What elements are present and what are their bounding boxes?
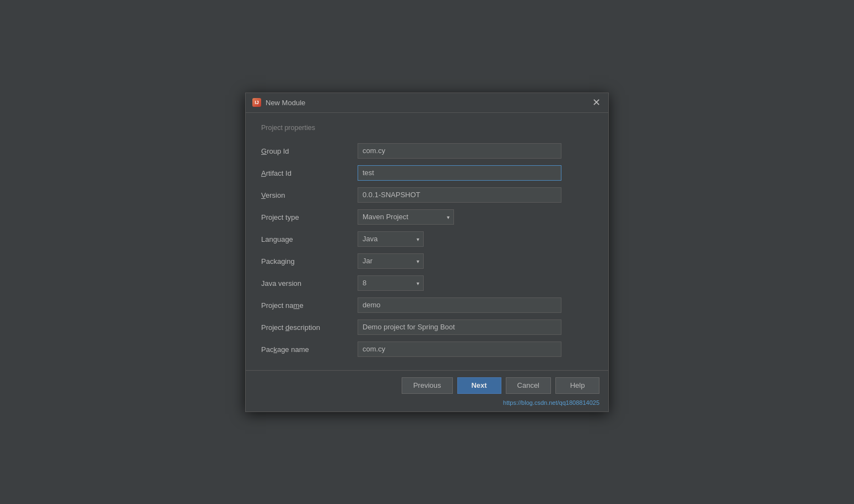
previous-button[interactable]: Previous — [402, 377, 453, 394]
package-name-label: Package name — [261, 344, 358, 354]
language-row: Language Java Kotlin Groovy ▾ — [261, 231, 593, 247]
java-version-label: Java version — [261, 278, 358, 288]
project-description-label: Project description — [261, 322, 358, 332]
packaging-select[interactable]: Jar War — [358, 253, 424, 269]
project-name-input[interactable] — [358, 297, 561, 313]
project-name-label: Project name — [261, 300, 358, 310]
form-fields: Group Id Artifact Id Version — [261, 143, 593, 357]
footer-bottom: https://blog.csdn.net/qq1808814025 — [255, 398, 599, 406]
project-description-row: Project description — [261, 319, 593, 335]
language-label: Language — [261, 234, 358, 243]
next-button[interactable]: Next — [457, 377, 501, 394]
packaging-select-wrapper: Jar War ▾ — [358, 253, 424, 269]
group-id-label: Group Id — [261, 146, 358, 155]
language-select-wrapper: Java Kotlin Groovy ▾ — [358, 231, 424, 247]
titlebar-left: IJ New Module — [252, 98, 305, 107]
cancel-button[interactable]: Cancel — [506, 377, 551, 394]
dialog-titlebar: IJ New Module ✕ — [246, 93, 608, 113]
footer-url: https://blog.csdn.net/qq1808814025 — [503, 399, 599, 406]
project-name-row: Project name — [261, 297, 593, 313]
dialog-overlay: IJ New Module ✕ Project properties Group… — [0, 0, 854, 504]
project-description-input[interactable] — [358, 319, 561, 335]
group-id-input[interactable] — [358, 143, 561, 159]
dialog-body: Project properties Group Id Artifact Id — [246, 113, 608, 370]
group-id-row: Group Id — [261, 143, 593, 159]
artifact-id-row: Artifact Id — [261, 165, 593, 181]
section-title: Project properties — [261, 124, 593, 132]
footer-buttons: Previous Next Cancel Help — [402, 377, 599, 394]
version-input[interactable] — [358, 187, 561, 203]
dialog: IJ New Module ✕ Project properties Group… — [245, 93, 609, 412]
package-name-input[interactable] — [358, 342, 561, 357]
packaging-row: Packaging Jar War ▾ — [261, 253, 593, 269]
project-type-select[interactable]: Maven Project Gradle Project — [358, 209, 454, 225]
version-label: Version — [261, 190, 358, 199]
package-name-row: Package name — [261, 341, 593, 357]
java-version-select-wrapper: 8 11 17 21 ▾ — [358, 275, 424, 291]
app-icon: IJ — [252, 98, 261, 107]
version-row: Version — [261, 187, 593, 203]
java-version-row: Java version 8 11 17 21 ▾ — [261, 275, 593, 291]
java-version-select[interactable]: 8 11 17 21 — [358, 275, 424, 291]
project-type-select-wrapper: Maven Project Gradle Project ▾ — [358, 209, 454, 225]
artifact-id-input[interactable] — [358, 165, 561, 181]
project-type-row: Project type Maven Project Gradle Projec… — [261, 209, 593, 225]
dialog-footer: Previous Next Cancel Help https://blog.c… — [246, 370, 608, 411]
dialog-title: New Module — [266, 99, 305, 107]
artifact-id-label: Artifact Id — [261, 168, 358, 177]
help-button[interactable]: Help — [555, 377, 599, 394]
packaging-label: Packaging — [261, 256, 358, 265]
language-select[interactable]: Java Kotlin Groovy — [358, 231, 424, 247]
project-type-label: Project type — [261, 212, 358, 221]
close-button[interactable]: ✕ — [591, 97, 602, 107]
